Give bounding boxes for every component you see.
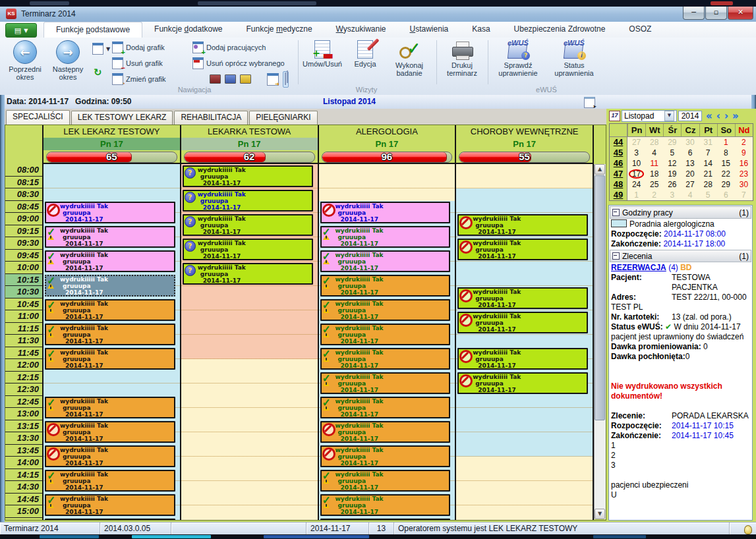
day-cell[interactable]: 9	[735, 148, 753, 158]
collapse-icon[interactable]	[612, 252, 620, 260]
prev-arrow-icon[interactable]: ‹	[716, 111, 720, 121]
visit-cell[interactable]: ✓wydrukiiiii Takgruuupa2014-11-17	[320, 397, 451, 418]
visit-cell[interactable]: ?wydrukiiiii Takgruuupa2014-11-17	[183, 190, 313, 212]
first-arrow-icon[interactable]: «	[706, 111, 712, 121]
add-working-button[interactable]: Dodaj pracujących	[192, 42, 266, 53]
menu-tab[interactable]: Funkcje podstawowe	[44, 22, 142, 38]
day-cell[interactable]: 24	[627, 179, 645, 190]
day-cell[interactable]: 30	[735, 179, 753, 190]
edit-visit-button[interactable]: Edycja	[347, 40, 384, 68]
day-cell[interactable]: 29	[663, 137, 681, 148]
last-arrow-icon[interactable]: »	[732, 111, 739, 121]
visit-cell[interactable]: ✓wydrukiiiii Takgruuupa2014-11-17	[45, 226, 175, 248]
visit-cell[interactable]: wydrukiiiii Takgruuupa2014-11-17	[457, 287, 588, 309]
section-zlecenia[interactable]: Zlecenia (1)	[610, 250, 751, 262]
day-cell[interactable]: 28	[699, 179, 717, 190]
visit-cell[interactable]: ✓wydrukiiiii Takgruuupa2014-11-17	[45, 519, 175, 520]
visit-cell[interactable]: wydrukiiiii Takgruuupa2014-11-17	[320, 445, 451, 467]
day-cell[interactable]: 6	[717, 190, 735, 200]
book-cancel-visit-button[interactable]: ＋▬ Umów/Usuń	[301, 40, 344, 68]
visit-cell[interactable]: ?wydrukiiiii Takgruuupa2014-11-17	[183, 263, 313, 285]
menu-tab[interactable]: Kasa	[460, 22, 502, 38]
menu-tab[interactable]: Funkcje dodatkowe	[142, 22, 234, 38]
visit-cell[interactable]: ✓wydrukiiiii Takgruuupa2014-11-17	[45, 470, 175, 492]
menu-tab[interactable]: Ubezpieczenia Zdrowotne	[502, 22, 618, 38]
day-cell[interactable]: 1	[717, 137, 735, 148]
day-cell[interactable]: 27	[681, 179, 699, 190]
next-arrow-icon[interactable]: ›	[724, 111, 728, 121]
book-blue-icon[interactable]	[225, 74, 236, 84]
perform-exam-button[interactable]: ✓ Wykonaj badanie	[386, 40, 432, 77]
day-cell[interactable]: 23	[735, 169, 753, 179]
day-cell[interactable]: 14	[699, 158, 717, 169]
visit-cell[interactable]: ?wydrukiiiii Takgruuupa2014-11-17	[183, 214, 313, 236]
day-cell[interactable]: 2	[645, 190, 663, 200]
add-schedule-button[interactable]: Dodaj grafik	[112, 42, 165, 53]
visit-cell[interactable]: ✓wydrukiiiii Takgruuupa2014-11-17	[320, 226, 451, 248]
day-cell[interactable]: 11	[645, 158, 663, 169]
day-cell[interactable]: 20	[681, 169, 699, 179]
calendar-export-icon[interactable]	[267, 73, 279, 86]
visit-cell[interactable]: ✓wydrukiiiii Takgruuupa2014-11-17	[320, 324, 451, 345]
day-cell[interactable]: 4	[681, 190, 699, 200]
visit-cell[interactable]: ✓wydrukiiiii Takgruuupa2014-11-17	[45, 397, 175, 418]
visit-cell[interactable]: ✓wydrukiiiii Takgruuupa2014-11-17	[45, 299, 175, 321]
scroll-up-icon[interactable]: ▲	[595, 164, 605, 175]
day-cell[interactable]: 8	[717, 148, 735, 158]
day-cell[interactable]: 22	[717, 169, 735, 179]
menu-tab[interactable]: Wyszukiwanie	[324, 22, 398, 38]
day-cell[interactable]: 3	[627, 148, 645, 158]
entitlement-status-button[interactable]: eWUŚi Status uprawnienia	[547, 40, 601, 77]
visit-cell[interactable]: wydrukiiiii Takgruuupa2014-11-17	[45, 202, 175, 223]
day-cell[interactable]: 21	[699, 169, 717, 179]
close-button[interactable]: ✕	[728, 7, 753, 20]
visit-cell[interactable]: wydrukiiiii Takgruuupa2014-11-17	[320, 421, 451, 443]
day-cell[interactable]: 7	[699, 148, 717, 158]
visit-cell[interactable]: ✓wydrukiiiii Takgruuupa2014-11-17	[320, 470, 451, 492]
day-cell[interactable]: 26	[663, 179, 681, 190]
section-godziny-pracy[interactable]: Godziny pracy (1)	[610, 206, 751, 219]
print-schedule-button[interactable]: Drukuj terminarz	[440, 40, 484, 77]
scroll-down-icon[interactable]: ▼	[595, 509, 605, 519]
day-cell[interactable]: 19	[663, 169, 681, 179]
visit-cell[interactable]: wydrukiiiii Takgruuupa2014-11-17	[457, 372, 588, 394]
menu-tab[interactable]: Ustawienia	[398, 22, 461, 38]
remove-schedule-button[interactable]: Usuń grafik	[112, 57, 163, 69]
remove-except-button[interactable]: Usuń oprócz wybranego	[192, 57, 285, 69]
change-schedule-button[interactable]: Zmień grafik	[112, 73, 166, 85]
day-cell[interactable]: 1	[627, 190, 645, 200]
visit-cell[interactable]: ✓wydrukiiiii Takgruuupa2014-11-17	[45, 494, 175, 516]
visit-cell[interactable]: ✓wydrukiiiii Takgruuupa2014-11-17	[320, 494, 451, 516]
day-cell[interactable]: 2	[735, 137, 753, 148]
visit-cell[interactable]: wydrukiiiii Takgruuupa2014-11-17	[45, 421, 175, 443]
check-entitlement-button[interactable]: eWUŚ? Sprawdź uprawnienie	[492, 40, 544, 77]
view-tab[interactable]: SPECJALIŚCI	[6, 110, 70, 125]
app-menu-button[interactable]: ▤ ▼	[5, 23, 37, 38]
book-maroon-icon[interactable]	[210, 74, 221, 84]
visit-cell[interactable]: ✓wydrukiiiii Takgruuupa2014-11-17	[45, 275, 175, 297]
copy-button[interactable]	[283, 71, 289, 88]
visit-cell[interactable]: wydrukiiiii Takgruuupa2014-11-17	[457, 214, 588, 236]
visit-cell[interactable]: ✓wydrukiiiii Takgruuupa2014-11-17	[45, 324, 175, 345]
current-day-cell[interactable]: 17	[627, 169, 645, 179]
day-cell[interactable]: 31	[699, 137, 717, 148]
previous-period-button[interactable]: ← Poprzedni okres	[5, 40, 45, 81]
day-cell[interactable]: 5	[699, 190, 717, 200]
day-cell[interactable]: 30	[681, 137, 699, 148]
day-cell[interactable]: 5	[663, 148, 681, 158]
restore-button[interactable]: ▫	[705, 7, 727, 20]
visit-cell[interactable]: ?wydrukiiiii Takgruuupa2014-11-17	[183, 239, 313, 260]
day-cell[interactable]: 13	[681, 158, 699, 169]
day-cell[interactable]: 3	[663, 190, 681, 200]
calendar-view-button[interactable]: ▼	[92, 43, 110, 55]
visit-cell[interactable]: wydrukiiiii Takgruuupa2014-11-17	[457, 312, 588, 333]
day-cell[interactable]: 29	[717, 179, 735, 190]
day-cell[interactable]: 12	[663, 158, 681, 169]
reservation-link[interactable]: REZERWACJA	[611, 263, 666, 272]
scrollbar-thumb[interactable]	[595, 175, 605, 420]
day-cell[interactable]: 28	[645, 137, 663, 148]
visit-cell[interactable]: wydrukiiiii Takgruuupa2014-11-17	[457, 239, 588, 260]
day-cell[interactable]: 27	[627, 137, 645, 148]
view-tab[interactable]: REHABILITACJA	[174, 111, 248, 125]
day-cell[interactable]: 15	[717, 158, 735, 169]
